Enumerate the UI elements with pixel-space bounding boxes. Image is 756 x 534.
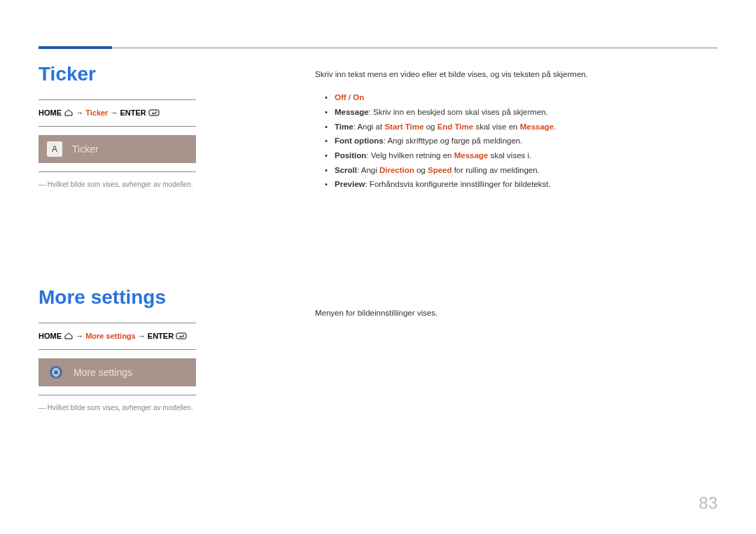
note-text: ― Hvilket bilde som vises, avhenger av m… [38, 404, 273, 412]
svg-rect-1 [176, 333, 186, 339]
svg-point-3 [54, 370, 58, 374]
divider [38, 349, 196, 350]
nav-home-label: HOME [38, 332, 62, 340]
top-border-line [38, 48, 718, 48]
bullet-item: Message: Skriv inn en beskjed som skal v… [325, 105, 718, 120]
nav-arrow: → [76, 108, 85, 117]
nav-path-more-settings: HOME → More settings → ENTER [38, 332, 273, 341]
home-icon [64, 109, 74, 118]
nav-item-ticker: Ticker [85, 108, 108, 117]
home-icon [64, 332, 74, 341]
svg-rect-0 [149, 110, 159, 115]
nav-path-ticker: HOME → Ticker → ENTER [38, 108, 273, 118]
ui-tile-more-settings: More settings [38, 358, 196, 386]
bullet-list-ticker: Off / OnMessage: Skriv inn en beskjed so… [315, 90, 718, 192]
nav-arrow: → [138, 332, 148, 340]
bullet-item: Scroll: Angi Direction og Speed for rull… [325, 163, 718, 178]
bullet-item: Font options: Angi skrifttype og farge p… [325, 134, 718, 148]
page-content: Ticker HOME → Ticker → ENTER A Ticker ― … [38, 63, 718, 412]
enter-icon [148, 109, 160, 118]
page-number: 83 [699, 493, 718, 513]
bullet-item: Preview: Forhåndsvis konfigurerte innsti… [325, 177, 718, 192]
nav-enter-label: ENTER [120, 108, 146, 117]
tile-icon-letter: A [47, 141, 62, 157]
nav-home-label: HOME [38, 108, 62, 117]
note-text: ― Hvilket bilde som vises, avhenger av m… [38, 181, 273, 188]
gear-icon [47, 363, 65, 381]
bullet-item: Time: Angi at Start Time og End Time ska… [325, 120, 718, 134]
intro-text-more-settings: Menyen for bildeinnstillinger vises. [315, 307, 718, 319]
divider [38, 99, 196, 100]
ui-tile-ticker: A Ticker [38, 135, 196, 163]
left-column: Ticker HOME → Ticker → ENTER A Ticker ― … [38, 63, 273, 412]
section-title-ticker: Ticker [38, 63, 273, 85]
nav-arrow: → [76, 332, 85, 340]
divider [38, 395, 196, 395]
nav-item-more-settings: More settings [85, 332, 136, 340]
section-more-settings: More settings HOME → More settings → ENT… [38, 286, 273, 412]
divider [38, 171, 196, 172]
tile-label-ticker: Ticker [72, 143, 99, 155]
bullet-item: Position: Velg hvilken retning en Messag… [325, 148, 718, 163]
intro-text-ticker: Skriv inn tekst mens en video eller et b… [315, 69, 718, 80]
top-accent-bar [38, 46, 112, 49]
divider [38, 126, 196, 127]
nav-arrow: → [110, 108, 120, 117]
bullet-item: Off / On [325, 90, 718, 105]
section-title-more-settings: More settings [38, 286, 273, 309]
tile-label-more-settings: More settings [74, 367, 132, 378]
divider [38, 323, 196, 323]
enter-icon [176, 332, 187, 341]
right-column: Skriv inn tekst mens en video eller et b… [315, 63, 718, 412]
nav-enter-label: ENTER [148, 332, 174, 340]
